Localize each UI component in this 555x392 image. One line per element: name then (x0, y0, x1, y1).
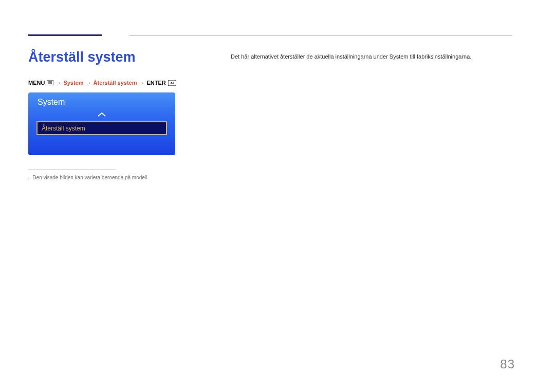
top-divider (129, 35, 512, 36)
chevron-up-icon (28, 110, 175, 119)
arrow-icon: → (139, 80, 145, 86)
breadcrumb-system: System (63, 80, 83, 86)
breadcrumb-enter-label: ENTER (147, 80, 166, 86)
menu-panel: System Återställ system (28, 92, 175, 155)
arrow-icon: → (86, 80, 91, 86)
breadcrumb: MENU → System → Återställ system → ENTER (28, 80, 176, 86)
page-title: Återställ system (28, 49, 136, 65)
body-description: Det här alternativet återställer de aktu… (231, 53, 471, 61)
breadcrumb-reset: Återställ system (94, 80, 137, 86)
menu-panel-selected-item-label: Återställ system (42, 125, 85, 132)
menu-panel-header: System (28, 92, 175, 111)
enter-icon (168, 80, 176, 86)
top-accent-bar (28, 34, 102, 36)
menu-panel-selected-item[interactable]: Återställ system (36, 121, 167, 135)
footnote-text: Den visade bilden kan variera beroende p… (28, 175, 149, 180)
footnote-divider (28, 170, 116, 170)
menu-icon (47, 80, 53, 85)
breadcrumb-menu-label: MENU (28, 80, 45, 86)
arrow-icon: → (55, 80, 61, 86)
page-number: 83 (500, 357, 515, 371)
